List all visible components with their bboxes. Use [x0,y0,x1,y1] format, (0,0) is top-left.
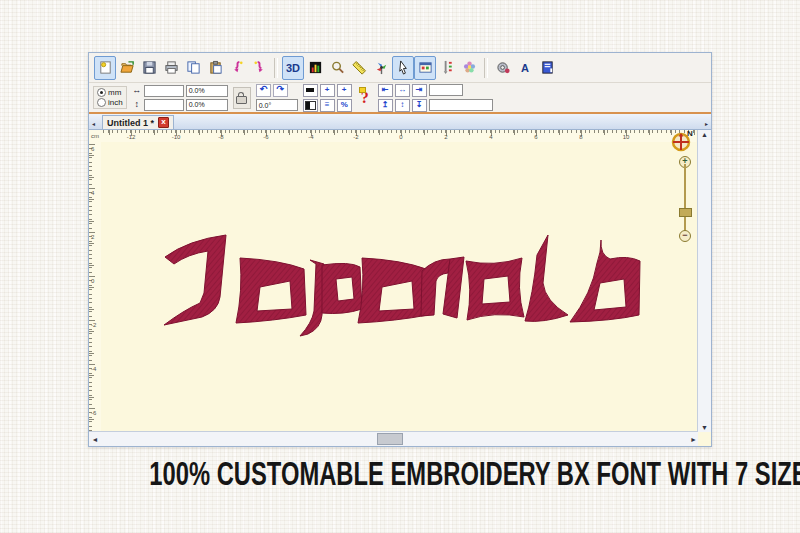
new-design-button[interactable] [94,56,116,80]
ruler-label: 0 [91,278,94,284]
ruler-label: -6 [91,410,96,416]
center-design-button[interactable]: + [337,84,352,97]
height-input[interactable] [144,99,184,111]
aspect-lock-button[interactable] [233,87,251,109]
color-film-button[interactable] [303,84,318,97]
stitch-simulator-button[interactable] [492,56,514,80]
toolbar-separator [484,58,488,78]
position-x-field[interactable] [429,84,463,96]
design-notes-button[interactable] [536,56,558,80]
zoom-slider-track [684,164,686,234]
align-row1: ⇤↔⇥ [378,84,493,97]
copy-button[interactable] [182,56,204,80]
pattern-fill-icon [462,60,477,75]
redo-icon [252,60,267,75]
tab-scroll-right-icon[interactable]: ▸ [702,120,711,129]
hoop-tool-button[interactable] [370,56,392,80]
design-workspace: cm -12-10-8-6-4-20246810 6420-2-4-6 [89,130,711,446]
thread-chart-icon [308,60,323,75]
zoom-tool-button[interactable] [326,56,348,80]
main-toolbar: 3DA [89,53,711,83]
ruler-label: -12 [127,134,136,140]
width-icon: ↔ [132,86,142,95]
letter-L [525,235,568,321]
ruler-label: 2 [91,234,94,240]
tab-close-icon[interactable]: x [158,117,169,128]
save-design-button[interactable] [138,56,160,80]
scrollbar-thumb[interactable] [377,433,403,445]
measure-tool-button[interactable] [348,56,370,80]
lettering-button[interactable]: A [514,56,536,80]
ruler-label: 6 [91,146,94,152]
unit-selector: mm inch [93,86,127,109]
ruler-label: 8 [579,134,582,140]
align-bottom-button[interactable]: ↧ [412,99,427,112]
zoom-tool-icon [330,60,345,75]
zoom-slider[interactable]: + − [679,156,691,242]
hoop-tool-icon [374,60,389,75]
scroll-down-icon[interactable]: ▼ [698,424,711,431]
position-y-field[interactable] [429,99,493,111]
align-row2: ↥↕↧ [378,99,493,112]
fit-design-button[interactable]: + [320,84,335,97]
ruler-label: 10 [623,134,630,140]
undo-icon [230,60,245,75]
print-design-button[interactable] [160,56,182,80]
ruler-label: -6 [263,134,268,140]
height-icon: ↕ [132,100,142,109]
paste-button[interactable] [204,56,226,80]
ruler-label: -4 [91,366,96,372]
embroidery-app-window: 3DA mm inch ↔ 0.0% ↕ 0.0% ↶ ↷ 0 [88,52,712,447]
radio-dot [97,98,106,107]
tab-untitled-1[interactable]: Untitled 1 * x [102,115,174,129]
horizontal-scrollbar[interactable]: ◄ ► [89,431,698,446]
rotate-right-button[interactable]: ↷ [273,84,288,97]
scroll-up-icon[interactable]: ▲ [698,131,711,138]
zoom-out-button[interactable]: − [679,230,691,242]
embroidery-design-japanola[interactable] [164,231,641,343]
height-percent-field[interactable]: 0.0% [186,99,228,111]
ruler-label: -4 [308,134,313,140]
scroll-left-icon[interactable]: ◄ [89,436,101,443]
align-center-horizontal-button[interactable]: ↔ [395,84,410,97]
svg-text:N: N [687,129,693,138]
letter-a-final [570,240,640,322]
contrast-view-button[interactable] [303,99,318,112]
unit-radio-mm[interactable]: mm [97,88,123,97]
measure-tool-icon [352,60,367,75]
align-top-button[interactable]: ↥ [378,99,393,112]
align-middle-button[interactable]: ↕ [395,99,410,112]
design-properties-button[interactable] [414,56,436,80]
select-pointer-button[interactable] [392,56,414,80]
width-percent-field[interactable]: 0.0% [186,85,228,97]
format-toolbar: mm inch ↔ 0.0% ↕ 0.0% ↶ ↷ 0.0° [89,83,711,114]
rotation-field[interactable]: 0.0° [256,99,298,111]
copy-icon [186,60,201,75]
help-button[interactable]: ? [357,87,373,109]
stitch-simulator-icon [496,60,511,75]
redo-button[interactable] [248,56,270,80]
thread-chart-button[interactable] [304,56,326,80]
rotate-left-button[interactable]: ↶ [256,84,271,97]
ruler-label: 2 [444,134,447,140]
align-left-button[interactable]: ⇤ [378,84,393,97]
ruler-label: 4 [91,190,94,196]
stitch-list-button[interactable]: ≡ [320,99,335,112]
vertical-scrollbar[interactable]: ▲ ▼ [697,130,711,432]
unit-radio-inch[interactable]: inch [97,98,123,107]
width-input[interactable] [144,85,184,97]
tab-scroll-left-icon[interactable]: ◂ [89,120,98,129]
pattern-fill-button[interactable] [458,56,480,80]
view-3d-button[interactable]: 3D [282,56,304,80]
stitch-density-button[interactable] [436,56,458,80]
scale-percent-button[interactable]: % [337,99,352,112]
design-canvas[interactable] [101,142,696,436]
display-grid-row1: ++ [303,84,352,97]
zoom-slider-handle[interactable] [679,208,692,217]
scroll-right-icon[interactable]: ► [690,436,697,443]
lettering-icon: A [521,62,529,74]
open-design-button[interactable] [116,56,138,80]
undo-button[interactable] [226,56,248,80]
open-design-icon [120,60,135,75]
align-right-button[interactable]: ⇥ [412,84,427,97]
